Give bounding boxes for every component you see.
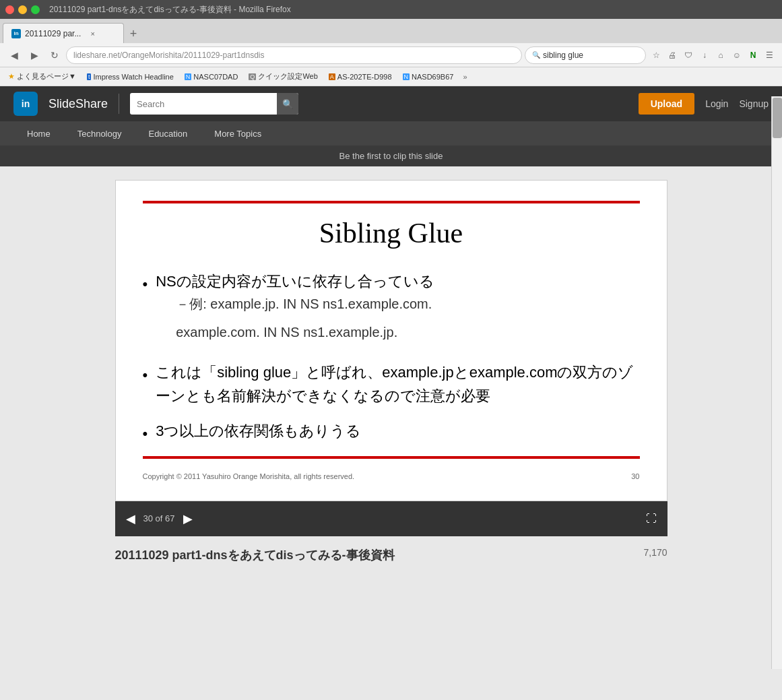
bullet-text: これは「sibling glue」と呼ばれ、example.jpとexample… xyxy=(156,364,633,404)
refresh-button[interactable]: ↻ xyxy=(46,46,63,64)
sub-bullet: －例: example.jp. IN NS ns1.example.com. xyxy=(176,293,434,315)
bookmark-item[interactable]: t Impress Watch Headline xyxy=(83,71,178,82)
presentation-info: 20111029 part1-dnsをあえてdisってみる-事後資料 7,170 xyxy=(115,547,667,563)
home-icon[interactable]: ⌂ xyxy=(713,48,728,63)
presentation-views: 7,170 xyxy=(643,547,667,558)
slideshare-header: in SlideShare 🔍 Upload Login Signup xyxy=(0,86,782,121)
header-search[interactable]: 🔍 xyxy=(130,93,298,115)
bullet-icon: • xyxy=(143,272,148,296)
address-url: lideshare.net/OrangeMorishita/20111029-p… xyxy=(73,51,265,60)
browser-search-value: sibling glue xyxy=(543,51,583,60)
bullet-text: 3つ以上の依存関係もありうる xyxy=(156,422,361,439)
bookmarks-bar: ★ よく見るページ▼ t Impress Watch Headline N NA… xyxy=(0,67,782,86)
bullet-icon: • xyxy=(143,422,148,445)
browser-titlebar: 20111029 part1-dnsをあえてdisってみる-事後資料 - Moz… xyxy=(0,0,782,19)
header-auth: Login Signup xyxy=(705,98,769,109)
search-button[interactable]: 🔍 xyxy=(277,93,298,115)
bullet-item: • 3つ以上の依存関係もありうる xyxy=(143,419,640,445)
bookmark-label: Impress Watch Headline xyxy=(93,73,173,81)
playback-bar: ◀ 30 of 67 ▶ ⛶ xyxy=(115,501,667,536)
bookmark-item[interactable]: N NASC07DAD xyxy=(181,71,242,82)
nav-more-topics[interactable]: More Topics xyxy=(201,121,275,146)
slide-footer: Copyright © 2011 Yasuhiro Orange Morishi… xyxy=(143,472,640,480)
star-icon[interactable]: ☆ xyxy=(649,48,663,63)
forward-button[interactable]: ▶ xyxy=(26,46,43,64)
bullet-icon: • xyxy=(143,363,148,387)
fullscreen-button[interactable]: ⛶ xyxy=(646,513,657,525)
upload-button[interactable]: Upload xyxy=(639,93,694,115)
slide-red-top xyxy=(143,201,640,203)
bookmark-item[interactable]: N NASD69B67 xyxy=(399,71,458,82)
bookmark-favicon: A xyxy=(329,73,335,80)
download-icon[interactable]: ↓ xyxy=(697,48,712,63)
bookmark-favicon: Q xyxy=(249,73,256,80)
search-input[interactable] xyxy=(130,99,277,109)
clip-bar: Be the first to clip this slide xyxy=(0,146,782,166)
clip-message: Be the first to clip this slide xyxy=(339,151,443,161)
address-bar[interactable]: lideshare.net/OrangeMorishita/20111029-p… xyxy=(66,46,522,64)
signup-link[interactable]: Signup xyxy=(739,98,769,109)
bullet-item: • これは「sibling glue」と呼ばれ、example.jpとexamp… xyxy=(143,360,640,408)
slideshare-brand: SlideShare xyxy=(48,97,108,111)
window-title: 20111029 part1-dnsをあえてdisってみる-事後資料 - Moz… xyxy=(49,4,291,15)
close-btn[interactable] xyxy=(5,5,14,14)
twitter-icon: t xyxy=(87,73,92,80)
maximize-btn[interactable] xyxy=(31,5,40,14)
minimize-btn[interactable] xyxy=(18,5,27,14)
tab-close-icon[interactable]: × xyxy=(90,30,94,38)
slide-container: Sibling Glue • NSの設定内容が互いに依存し合っている －例: e… xyxy=(115,180,667,501)
bookmark-item[interactable]: A AS-202TE-D998 xyxy=(325,71,396,82)
slide-title: Sibling Glue xyxy=(143,217,640,249)
slide-red-bottom xyxy=(143,456,640,459)
browser-tab[interactable]: in 20111029 par... × xyxy=(3,23,124,43)
evernote-icon[interactable]: N xyxy=(746,48,760,63)
browser-tabbar: in 20111029 par... × + xyxy=(0,19,782,43)
nav-technology[interactable]: Technology xyxy=(64,121,135,146)
sub-bullet: example.com. IN NS ns1.example.jp. xyxy=(176,321,434,343)
browser-navbar: ◀ ▶ ↻ lideshare.net/OrangeMorishita/2011… xyxy=(0,43,782,67)
bullet-item: • NSの設定内容が互いに依存し合っている －例: example.jp. IN… xyxy=(143,269,640,350)
profile-icon[interactable]: ☺ xyxy=(729,48,744,63)
nav-home[interactable]: Home xyxy=(13,121,64,146)
bookmark-favicon: N xyxy=(403,73,410,80)
presentation-title: 20111029 part1-dnsをあえてdisってみる-事後資料 xyxy=(115,547,395,563)
bookmark-label: よく見るページ▼ xyxy=(17,71,76,82)
next-slide-button[interactable]: ▶ xyxy=(183,511,193,526)
scrollbar[interactable] xyxy=(771,96,782,577)
slide-counter: 30 of 67 xyxy=(143,513,175,523)
back-button[interactable]: ◀ xyxy=(5,46,23,64)
slide-content: • NSの設定内容が互いに依存し合っている －例: example.jp. IN… xyxy=(143,269,640,445)
print-icon[interactable]: 🖨 xyxy=(665,48,680,63)
bookmark-favicon: N xyxy=(185,73,192,80)
nav-bar: Home Technology Education More Topics xyxy=(0,121,782,146)
tab-favicon: in xyxy=(11,29,21,38)
bookmark-item[interactable]: ★ よく見るページ▼ xyxy=(4,70,80,83)
more-bookmarks-icon[interactable]: » xyxy=(463,73,467,81)
main-content: Sibling Glue • NSの設定内容が互いに依存し合っている －例: e… xyxy=(0,166,782,577)
bookmark-label: AS-202TE-D998 xyxy=(337,73,392,81)
nav-icons: ☆ 🖨 🛡 ↓ ⌂ ☺ N ☰ xyxy=(649,48,777,63)
search-icon: 🔍 xyxy=(532,51,540,59)
bullet-text: NSの設定内容が互いに依存し合っている xyxy=(156,273,434,290)
bookmark-label: クイック設定Web xyxy=(258,71,317,82)
nav-education[interactable]: Education xyxy=(135,121,201,146)
scrollbar-thumb[interactable] xyxy=(773,98,782,138)
tab-label: 20111029 par... xyxy=(25,29,81,38)
browser-search-bar[interactable]: 🔍 sibling glue xyxy=(525,46,646,64)
shield-icon[interactable]: 🛡 xyxy=(681,48,696,63)
bookmark-label: NASD69B67 xyxy=(412,73,453,81)
new-tab-button[interactable]: + xyxy=(124,24,143,43)
bookmark-icon: ★ xyxy=(8,72,15,81)
linkedin-logo: in xyxy=(13,92,38,116)
header-divider xyxy=(119,94,119,114)
slide-page: 30 xyxy=(631,472,639,480)
bookmark-label: NASC07DAD xyxy=(193,73,238,81)
prev-slide-button[interactable]: ◀ xyxy=(126,511,135,526)
login-link[interactable]: Login xyxy=(705,98,728,109)
bookmark-item[interactable]: Q クイック設定Web xyxy=(245,70,321,83)
slide-copyright: Copyright © 2011 Yasuhiro Orange Morishi… xyxy=(143,472,355,480)
menu-icon[interactable]: ☰ xyxy=(762,48,777,63)
